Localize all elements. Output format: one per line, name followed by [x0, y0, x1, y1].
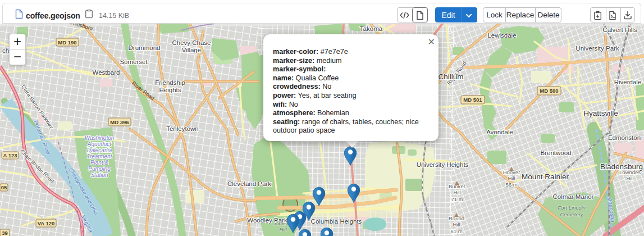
svg-text:Lowndes: Lowndes — [619, 169, 641, 175]
svg-text:Washington: Washington — [85, 135, 115, 141]
svg-text:Hill: Hill — [279, 226, 287, 233]
svg-text:Mount Rainier: Mount Rainier — [522, 173, 569, 181]
svg-text:Hill: Hill — [508, 175, 515, 181]
svg-text:Colmar Manor: Colmar Manor — [553, 193, 594, 200]
svg-text:Takoma: Takoma — [360, 25, 383, 32]
svg-text:Friendship: Friendship — [155, 79, 185, 86]
svg-text:Calvert Hills: Calvert Hills — [602, 26, 637, 33]
svg-text:University Heights: University Heights — [417, 161, 469, 168]
svg-text:Heights: Heights — [159, 87, 181, 93]
svg-text:Station: Station — [90, 172, 108, 178]
svg-text:Treatment: Treatment — [87, 153, 113, 160]
svg-text:39: 39 — [2, 230, 8, 236]
svg-text:Hyattsville: Hyattsville — [583, 109, 618, 117]
svg-text:Chillum: Chillum — [438, 72, 463, 81]
svg-text:Cleveland Park: Cleveland Park — [227, 180, 271, 187]
svg-text:A 123: A 123 — [3, 152, 17, 158]
svg-text:Plant &: Plant & — [90, 160, 109, 166]
svg-text:ch: ch — [2, 47, 9, 54]
svg-text:Fort Lincoln: Fort Lincoln — [558, 205, 586, 211]
svg-text:MD 396: MD 396 — [110, 119, 129, 125]
svg-text:Village: Village — [182, 47, 201, 53]
svg-text:Aqueduct: Aqueduct — [87, 141, 112, 147]
svg-text:Hill: Hill — [453, 221, 460, 228]
svg-text:71 m: 71 m — [451, 196, 463, 202]
svg-text:Drummond: Drummond — [129, 44, 161, 51]
svg-text:Edmonston: Edmonston — [608, 134, 641, 141]
svg-text:61 m: 61 m — [450, 228, 462, 234]
svg-text:Westbard: Westbard — [92, 69, 120, 76]
svg-text:56 m: 56 m — [505, 181, 517, 188]
svg-text:University Park: University Park — [576, 45, 619, 52]
svg-text:MD 500: MD 500 — [540, 88, 558, 94]
svg-text:Riverdale: Riverdale — [614, 79, 642, 85]
svg-text:Lewisdale: Lewisdale — [487, 32, 516, 39]
svg-text:Brentwood: Brentwood — [541, 149, 572, 156]
svg-text:Cemetery: Cemetery — [560, 211, 583, 217]
svg-text:05: 05 — [1, 184, 7, 190]
svg-text:Avondale: Avondale — [486, 129, 513, 135]
svg-text:MD 190: MD 190 — [58, 39, 76, 46]
svg-text:VA 120: VA 120 — [38, 220, 55, 226]
svg-text:MD 501: MD 501 — [463, 97, 482, 103]
svg-text:Hill: Hill — [453, 189, 460, 196]
svg-text:Hill: Hill — [626, 175, 633, 181]
svg-text:Chevy Chase: Chevy Chase — [172, 39, 211, 46]
svg-text:Somerset: Somerset — [120, 58, 148, 65]
svg-text:Dalecarlia: Dalecarlia — [87, 147, 112, 153]
svg-text:Columbia Heights: Columbia Heights — [311, 218, 362, 225]
svg-text:Woodley Park: Woodley Park — [247, 217, 287, 224]
svg-text:Tenleytown: Tenleytown — [166, 125, 199, 132]
svg-text:Pumping: Pumping — [88, 166, 111, 172]
